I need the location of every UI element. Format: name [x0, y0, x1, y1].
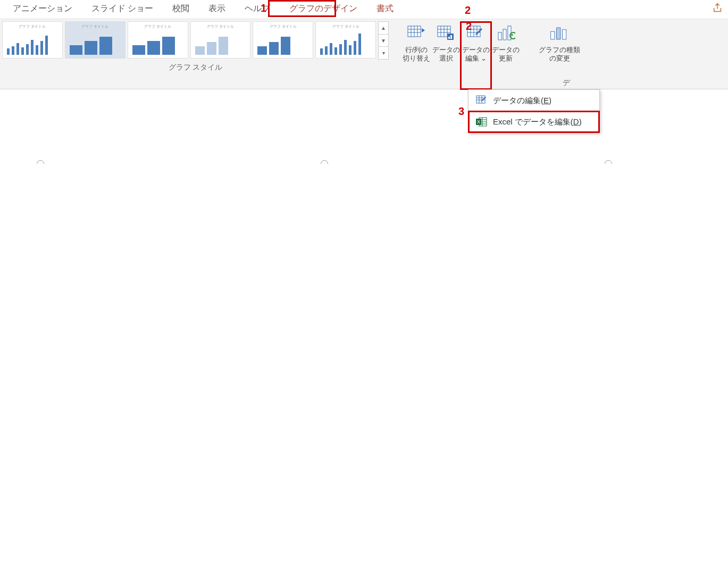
chart-styles-spinner[interactable]: ▲▼▾ [378, 21, 389, 60]
edit-data-small-icon [476, 95, 488, 106]
change-chart-type-label-2: の変更 [549, 54, 570, 63]
ribbon-tabbar: アニメーション スライド ショー 校閲 表示 ヘルプ グラフのデザイン 書式 1 [0, 0, 728, 19]
chart-styles-more-icon[interactable]: ▾ [379, 47, 388, 59]
chart-styles-group-label: グラフ スタイル [0, 60, 391, 72]
selection-handle[interactable] [37, 160, 44, 164]
svg-rect-6 [498, 32, 501, 40]
chart-styles-down-icon[interactable]: ▼ [379, 35, 388, 47]
chart-styles-gallery: グラフ タイトル グラフ タイトル グラフ タイトル グラフ タイトル グラフ … [0, 19, 391, 89]
excel-icon: X [476, 116, 488, 127]
tab-format[interactable]: 書式 [367, 0, 403, 19]
tab-slideshow[interactable]: スライド ショー [82, 0, 163, 19]
selection-handle[interactable] [605, 160, 612, 164]
svg-rect-9 [551, 31, 555, 39]
dropdown-edit-data[interactable]: データの編集(E) [468, 90, 599, 111]
tab-view[interactable]: 表示 [199, 0, 235, 19]
select-data-label-1: データの [432, 46, 460, 54]
chart-style-thumb-2[interactable]: グラフ タイトル [65, 21, 125, 59]
dropdown-edit-data-label: データの編集(E) [493, 96, 551, 106]
svg-text:X: X [477, 119, 480, 124]
refresh-data-label-2: 更新 [499, 54, 513, 63]
tab-chart-design[interactable]: グラフのデザイン [280, 0, 367, 19]
selection-handle[interactable] [321, 160, 328, 164]
svg-rect-11 [562, 30, 566, 39]
callout-3: 3 [458, 105, 464, 118]
chart-style-thumb-4[interactable]: グラフ タイトル [190, 21, 251, 59]
svg-rect-3 [448, 37, 450, 39]
change-chart-type-icon [549, 23, 570, 44]
chart-style-thumb-1[interactable]: グラフ タイトル [2, 21, 63, 59]
edit-data-label-1: データの [462, 46, 490, 54]
chart-style-thumb-6[interactable]: グラフ タイトル [315, 21, 376, 59]
edit-data-dropdown: データの編集(E) X Excel でデータを編集(D) [468, 89, 600, 133]
chart-data-group-label: デ [404, 78, 728, 88]
chart-style-thumb-3[interactable]: グラフ タイトル [128, 21, 188, 59]
tab-help[interactable]: ヘルプ [235, 0, 280, 19]
dropdown-edit-in-excel-label: Excel でデータを編集(D) [493, 117, 582, 127]
tab-review[interactable]: 校閲 [163, 0, 199, 19]
refresh-data-label-1: データの [492, 46, 520, 54]
dropdown-edit-in-excel[interactable]: X Excel でデータを編集(D) [468, 111, 599, 132]
svg-rect-7 [503, 29, 506, 40]
chart-styles-up-icon[interactable]: ▲ [379, 22, 388, 35]
switch-row-column-label-1: 行/列の [405, 46, 428, 54]
switch-row-column-label-2: 切り替え [403, 54, 430, 63]
svg-rect-4 [450, 35, 452, 39]
chart-style-thumb-5[interactable]: グラフ タイトル [253, 21, 313, 59]
share-icon[interactable] [712, 2, 724, 14]
tab-animation[interactable]: アニメーション [3, 0, 82, 19]
change-chart-type-label-1: グラフの種類 [539, 46, 580, 54]
svg-rect-10 [557, 28, 560, 39]
select-data-icon [436, 23, 457, 44]
edit-data-label-2: 編集 ⌄ [465, 54, 487, 63]
select-data-label-2: 選択 [439, 54, 453, 63]
edit-data-icon [465, 23, 487, 44]
switch-row-column-icon [406, 23, 427, 44]
ribbon-chart-design: グラフ タイトル グラフ タイトル グラフ タイトル グラフ タイトル グラフ … [0, 19, 728, 89]
refresh-data-icon [495, 23, 516, 44]
